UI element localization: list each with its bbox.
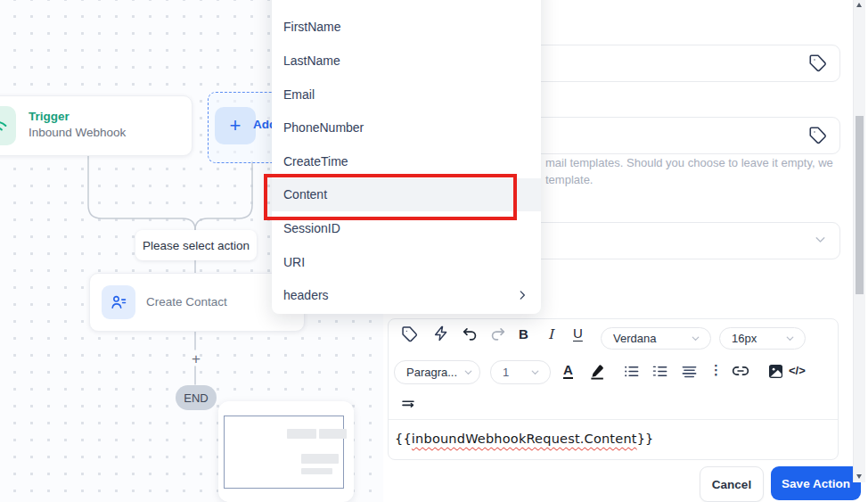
add-plus-icon[interactable]: + [215,107,256,144]
chevron-down-icon [529,366,541,378]
menu-item-sessionid[interactable]: SessionID [272,211,541,245]
helper-text-line1: mail templates. Should you choose to lea… [545,156,833,169]
editor-toolbar-divider [389,419,838,420]
more-options-kebab-icon[interactable]: ⋮ [709,361,723,379]
code-view-icon[interactable]: </> [789,362,806,380]
create-contact-label: Create Contact [146,295,227,309]
select-action-label: Please select action [143,239,250,252]
paragraph-style-select[interactable]: Paragra... [394,360,480,384]
menu-item-lastname[interactable]: LastName [272,44,541,78]
font-color-button[interactable]: A [563,362,573,379]
menu-item-label: SessionID [283,221,340,235]
helper-text-line2: template. [545,173,593,186]
save-action-button[interactable]: Save Action [771,466,861,500]
highlight-color-icon[interactable] [588,362,606,380]
template-brace-open: {{ [395,432,412,446]
line-height-value: 1 [503,366,509,379]
template-brace-close: }} [637,432,654,446]
webhook-signal-icon [0,106,16,145]
menu-item-headers[interactable]: headers [272,278,541,312]
font-family-select[interactable]: Verdana [601,327,711,350]
undo-icon[interactable] [461,325,479,342]
menu-item-uri[interactable]: URI [272,245,541,279]
font-size-select[interactable]: 16px [719,327,806,350]
redo-icon[interactable] [488,325,506,342]
font-family-value: Verdana [613,332,656,345]
trigger-node-title: Trigger [29,110,70,123]
chevron-down-icon [690,333,701,344]
cancel-button[interactable]: Cancel [700,466,764,502]
variable-picker-menu: FirstName LastName Email PhoneNumber Cre… [272,0,541,314]
bullet-list-icon[interactable] [622,362,640,380]
rich-text-editor: B I U Verdana 16px Paragra... 1 A [388,318,839,460]
menu-item-createtime[interactable]: CreateTime [272,144,541,178]
menu-item-email[interactable]: Email [272,78,541,111]
end-badge: END [176,385,217,410]
link-icon[interactable] [732,362,749,380]
tag-icon[interactable] [808,53,827,72]
bold-button[interactable]: B [519,325,528,343]
preview-placeholder-bar [319,429,347,439]
underline-button[interactable]: U [573,325,583,342]
editor-body-text[interactable]: {{inboundWebhookRequest.Content}} [395,432,654,446]
menu-item-firstname[interactable]: FirstName [272,11,541,45]
menu-item-label: Content [283,187,327,202]
chevron-right-icon [516,289,528,301]
vertical-scrollbar[interactable] [853,0,865,482]
preview-placeholder-bar [301,454,339,464]
plus-glyph: + [230,116,242,136]
contact-person-icon [102,285,135,319]
tag-icon[interactable] [808,126,827,144]
line-height-select[interactable]: 1 [490,360,551,384]
preview-placeholder-bar [287,429,316,439]
template-preview-frame [224,416,344,489]
save-action-button-label: Save Action [782,477,850,490]
chevron-down-icon [813,232,828,247]
cancel-button-label: Cancel [712,478,751,491]
menu-item-content[interactable]: Content [272,178,541,212]
menu-item-label: LastName [283,53,340,68]
menu-item-label: PhoneNumber [283,120,364,135]
menu-item-label: Email [283,87,315,102]
chevron-down-icon [463,366,474,378]
scrollbar-down-arrow[interactable] [856,474,862,479]
end-badge-label: END [184,391,208,405]
text-direction-icon[interactable] [399,396,417,414]
insert-step-plus-icon[interactable]: + [188,350,204,368]
menu-item-label: CreateTime [283,154,348,169]
lightning-icon[interactable] [432,325,450,342]
preview-placeholder-bar [301,468,332,474]
italic-button[interactable]: I [548,325,553,343]
scrollbar-thumb[interactable] [856,116,864,294]
font-size-value: 16px [732,332,757,345]
menu-item-label: URI [283,255,305,269]
trigger-node-subtitle: Inbound Webhook [29,126,126,139]
menu-item-phonenumber[interactable]: PhoneNumber [272,111,541,144]
numbered-list-icon[interactable] [651,362,668,380]
tag-icon[interactable] [400,325,418,342]
align-text-icon[interactable] [680,362,698,380]
paragraph-style-value: Paragra... [406,366,457,379]
menu-item-label: FirstName [283,20,341,34]
template-variable: inboundWebhookRequest.Content [412,432,637,446]
select-action-placeholder[interactable]: Please select action [135,230,257,260]
image-icon[interactable] [766,362,784,380]
menu-item-label: headers [283,288,329,302]
scrollbar-up-arrow[interactable] [856,3,862,7]
chevron-down-icon [784,333,796,344]
